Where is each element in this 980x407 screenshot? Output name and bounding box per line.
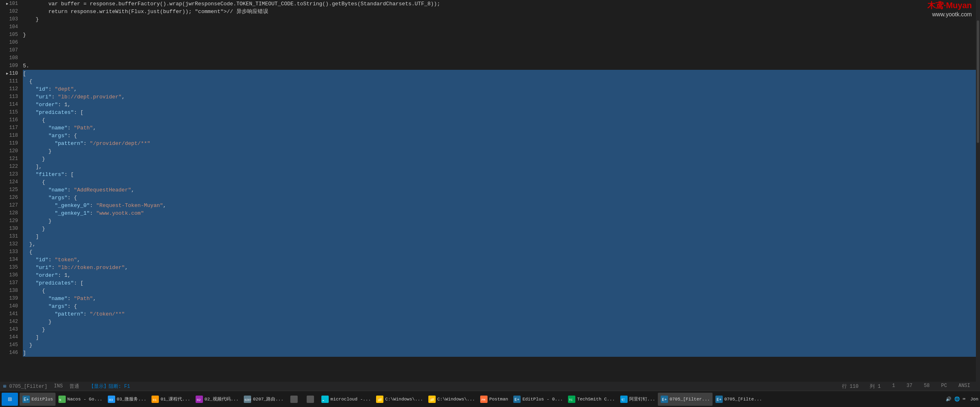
code-line-136[interactable]: "order": 1, bbox=[23, 271, 976, 279]
code-line-126[interactable]: "args": { bbox=[23, 194, 976, 202]
code-line-130[interactable]: } bbox=[23, 225, 976, 233]
taskbar-folder2[interactable]: 📁 C:\Windows\... bbox=[425, 393, 477, 406]
code-line-145[interactable]: } bbox=[23, 341, 976, 349]
code-line-133[interactable]: { bbox=[23, 248, 976, 256]
info-col[interactable]: 列 1 bbox=[870, 383, 880, 390]
code-line-121[interactable]: } bbox=[23, 155, 976, 163]
code-line-116[interactable]: { bbox=[23, 116, 976, 124]
taskbar-techsmith[interactable]: TC TechSmith C... bbox=[565, 393, 617, 406]
taskbar-app2[interactable] bbox=[302, 393, 318, 406]
code-line-142[interactable]: } bbox=[23, 318, 976, 326]
line-number-119: 119 bbox=[2, 140, 18, 147]
line-number-141: 141 bbox=[2, 310, 18, 318]
editplus-icon: E+ bbox=[22, 395, 30, 403]
doc3-icon: 02 bbox=[195, 395, 203, 403]
taskbar-editplus[interactable]: E+ EditPlus bbox=[20, 393, 56, 406]
line-number-145: 145 bbox=[2, 341, 18, 349]
code-line-101[interactable]: var buffer = response.bufferFactory().wr… bbox=[23, 0, 976, 8]
code-line-140[interactable]: "args": { bbox=[23, 302, 976, 310]
code-line-104[interactable] bbox=[23, 23, 976, 31]
line-number-136: 136 bbox=[2, 271, 18, 279]
code-line-109[interactable]: 5. bbox=[23, 62, 976, 70]
code-line-120[interactable]: } bbox=[23, 147, 976, 155]
info-line[interactable]: 行 110 bbox=[842, 383, 859, 390]
start-button[interactable]: ⊞ bbox=[2, 393, 18, 406]
line-number-104: 104 bbox=[2, 23, 18, 31]
taskbar-filter1[interactable]: E+ 0705_[Filter... bbox=[658, 393, 713, 406]
line-number-107: 107 bbox=[2, 47, 18, 54]
app1-icon bbox=[290, 395, 298, 403]
line-number-127: 127 bbox=[2, 202, 18, 209]
code-line-127[interactable]: "_genkey_0": "Request-Token-Muyan", bbox=[23, 202, 976, 209]
taskbar-folder1[interactable]: 📁 C:\Windows\... bbox=[373, 393, 425, 406]
taskbar-cloud[interactable]: ☁ microcloud -... bbox=[318, 393, 373, 406]
code-line-102[interactable]: return response.writeWith(Flux.just(buff… bbox=[23, 8, 976, 16]
code-line-131[interactable]: ] bbox=[23, 233, 976, 240]
code-line-108[interactable] bbox=[23, 54, 976, 62]
line-number-130: 130 bbox=[2, 225, 18, 233]
info-file[interactable]: ⊞ 0705_[Filter] bbox=[3, 383, 47, 389]
svg-text:E+: E+ bbox=[717, 398, 722, 402]
code-line-146[interactable]: ] bbox=[23, 349, 976, 357]
code-line-138[interactable]: { bbox=[23, 287, 976, 295]
scrollbar-thumb[interactable] bbox=[977, 20, 979, 143]
code-line-112[interactable]: "id": "dept", bbox=[23, 85, 976, 93]
taskbar-ding[interactable]: 钉 阿里钉钉... bbox=[617, 393, 658, 406]
info-pos2: 37 bbox=[906, 383, 912, 390]
code-line-124[interactable]: { bbox=[23, 178, 976, 186]
code-line-115[interactable]: "predicates": [ bbox=[23, 109, 976, 116]
code-line-125[interactable]: "name": "AddRequestHeader", bbox=[23, 186, 976, 194]
code-line-117[interactable]: "name": "Path", bbox=[23, 124, 976, 132]
line-number-115: 115 bbox=[2, 109, 18, 116]
code-line-111[interactable]: { bbox=[23, 78, 976, 85]
code-line-139[interactable]: "name": "Path", bbox=[23, 295, 976, 302]
code-line-144[interactable]: ] bbox=[23, 334, 976, 341]
line-number-118: 118 bbox=[2, 132, 18, 140]
taskbar-doc1[interactable]: 03 03_微服务... bbox=[105, 393, 149, 406]
code-line-122[interactable]: ], bbox=[23, 163, 976, 171]
code-line-107[interactable] bbox=[23, 47, 976, 54]
info-ins[interactable]: INS bbox=[54, 383, 63, 389]
line-number-108: 108 bbox=[2, 54, 18, 62]
doc1-icon: 03 bbox=[107, 395, 116, 403]
code-line-143[interactable]: } bbox=[23, 326, 976, 334]
code-line-141[interactable]: "pattern": "/token/**" bbox=[23, 310, 976, 318]
taskbar-editplus2[interactable]: E+ EditPlus - 0... bbox=[510, 393, 565, 406]
code-line-118[interactable]: "args": { bbox=[23, 132, 976, 140]
taskbar-postman[interactable]: PM Postman bbox=[477, 393, 510, 406]
taskbar-doc4[interactable]: 0207 0207_路由... bbox=[241, 393, 286, 406]
line-number-105: 105 bbox=[2, 31, 18, 39]
taskbar-doc2[interactable]: 01 01_课程代... bbox=[149, 393, 193, 406]
code-line-110[interactable]: [ bbox=[23, 70, 976, 78]
line-number-110: 110 bbox=[2, 70, 18, 78]
taskbar-app1[interactable] bbox=[286, 393, 302, 406]
code-line-137[interactable]: "predicates": [ bbox=[23, 279, 976, 287]
code-line-134[interactable]: "id": "token", bbox=[23, 256, 976, 264]
code-line-123[interactable]: "filters": [ bbox=[23, 171, 976, 178]
app2-icon bbox=[306, 395, 314, 403]
taskbar-doc3[interactable]: 02 02_视频代码... bbox=[193, 393, 241, 406]
code-line-105[interactable]: } bbox=[23, 31, 976, 39]
taskbar-filter2[interactable]: E+ 0705_[Filte... bbox=[713, 393, 764, 406]
svg-text:0207: 0207 bbox=[245, 398, 251, 402]
line-number-124: 124 bbox=[2, 178, 18, 186]
code-line-129[interactable]: } bbox=[23, 217, 976, 225]
techsmith-icon: TC bbox=[568, 395, 576, 403]
line-numbers: 1011021031041051061071081091101111121131… bbox=[0, 0, 21, 382]
line-number-144: 144 bbox=[2, 334, 18, 341]
code-line-135[interactable]: "uri": "lb://token.provider", bbox=[23, 264, 976, 271]
code-area[interactable]: var buffer = response.bufferFactory().wr… bbox=[21, 0, 976, 382]
code-line-119[interactable]: "pattern": "/provider/dept/**" bbox=[23, 140, 976, 147]
scrollbar-right[interactable] bbox=[976, 0, 980, 382]
taskbar-nacos[interactable]: N Nacos - Go... bbox=[56, 393, 105, 406]
code-line-113[interactable]: "uri": "lb://dept.provider", bbox=[23, 93, 976, 101]
code-line-132[interactable]: }, bbox=[23, 240, 976, 248]
code-line-114[interactable]: "order": 1, bbox=[23, 101, 976, 109]
svg-text:E+: E+ bbox=[662, 398, 667, 402]
code-line-103[interactable]: } bbox=[23, 16, 976, 23]
info-mode: 普通 bbox=[69, 383, 79, 390]
code-line-106[interactable] bbox=[23, 39, 976, 47]
line-number-101: 101 bbox=[2, 0, 18, 8]
nacos-icon: N bbox=[58, 395, 66, 403]
code-line-128[interactable]: "_genkey_1": "www.yootk.com" bbox=[23, 209, 976, 217]
